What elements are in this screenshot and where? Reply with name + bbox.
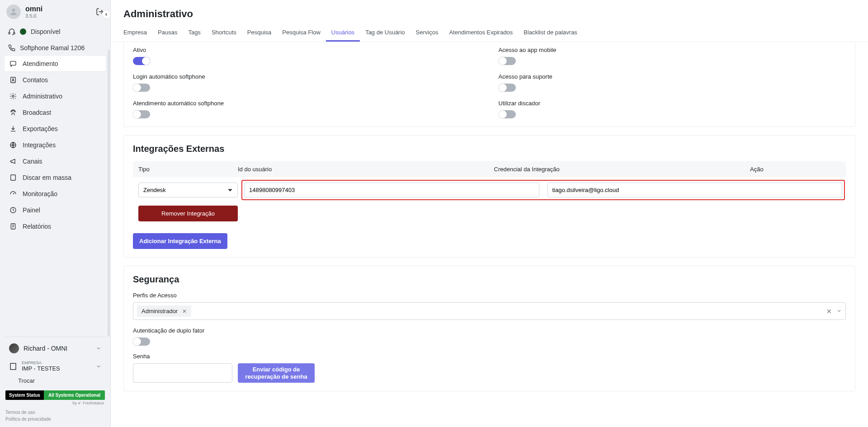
toggle-label-dialer: Utilizar discador — [499, 100, 846, 107]
nav-contatos[interactable]: Contatos — [5, 72, 106, 88]
tab-shortcuts[interactable]: Shortcuts — [206, 24, 242, 42]
system-status-badge[interactable]: System Status All Systems Operational — [5, 390, 105, 400]
tab-pausas[interactable]: Pausas — [152, 24, 183, 42]
settings-card: Ativo Acesso ao app mobile Login automát… — [123, 42, 855, 127]
nav-administrativo[interactable]: Administrativo — [5, 89, 106, 104]
integration-row: Zendesk Remover Integração — [133, 177, 846, 227]
megaphone-icon — [9, 158, 17, 165]
tab-servicos[interactable]: Serviços — [410, 24, 444, 42]
toggle-autoattend[interactable] — [133, 110, 150, 118]
sidebar-collapse-button[interactable] — [102, 10, 111, 19]
send-recovery-button[interactable]: Enviar código de recuperação de senha — [238, 363, 315, 383]
app-name: omni — [25, 5, 42, 13]
toggle-twofa[interactable] — [133, 338, 150, 346]
status-indicator-dot — [20, 28, 26, 35]
broadcast-icon — [9, 109, 17, 116]
globe-icon — [9, 141, 17, 149]
status-available[interactable]: Disponível — [0, 23, 110, 40]
download-icon — [9, 125, 17, 132]
tab-atendimentos[interactable]: Atendimentos Expirados — [443, 24, 518, 42]
svg-rect-25 — [10, 363, 16, 370]
nav-discar[interactable]: Discar em massa — [5, 170, 106, 185]
toggle-label-support: Acesso para suporte — [499, 73, 846, 80]
phone-icon — [8, 44, 15, 52]
add-integration-button[interactable]: Adicionar Integração Externa — [133, 233, 227, 249]
dashboard-icon — [9, 206, 17, 214]
sidebar-nav: Atendimento Contatos Administrativo Broa… — [0, 56, 110, 334]
nav-integracoes[interactable]: Integrações — [5, 137, 106, 153]
svg-point-11 — [13, 113, 13, 113]
tab-empresa[interactable]: Empresa — [118, 24, 152, 42]
toggle-mobile[interactable] — [499, 57, 516, 65]
sidebar-company-selector[interactable]: EMPRESA IMP - TESTES — [5, 357, 106, 375]
toggle-autologin[interactable] — [133, 84, 150, 92]
profiles-input[interactable]: Administrador ✕ ✕ — [133, 302, 846, 320]
tab-blacklist[interactable]: Blacklist de palavras — [518, 24, 583, 42]
chevron-down-icon — [96, 346, 101, 351]
main-content: Administrativo Empresa Pausas Tags Short… — [111, 0, 868, 427]
svg-point-10 — [12, 95, 14, 97]
nav-monitoracao[interactable]: Monitoração — [5, 186, 106, 202]
admin-icon — [9, 93, 17, 100]
chip-remove-icon[interactable]: ✕ — [182, 308, 187, 314]
svg-rect-4 — [10, 61, 16, 66]
building-icon — [9, 362, 17, 371]
sidebar: omni 3.5.0 Disponível Softphone Ramal 12… — [0, 0, 111, 427]
highlighted-fields — [241, 180, 845, 200]
toggle-dialer[interactable] — [499, 110, 516, 118]
terms-link[interactable]: Termos de uso — [5, 409, 105, 416]
svg-rect-3 — [14, 32, 15, 34]
profiles-label: Perfis de Acesso — [133, 292, 846, 299]
status-label: Disponível — [31, 28, 60, 35]
swap-company-link[interactable]: Trocar — [0, 375, 110, 386]
app-version: 3.5.0 — [25, 13, 42, 19]
nav-exportacoes[interactable]: Exportações — [5, 121, 106, 136]
sidebar-scrollbar[interactable] — [108, 50, 110, 337]
tab-usuarios[interactable]: Usuários — [326, 24, 360, 42]
toggle-label-autologin: Login automático softphone — [133, 73, 481, 80]
nav-broadcast[interactable]: Broadcast — [5, 105, 106, 120]
chip-label: Administrador — [142, 308, 178, 314]
tab-tags[interactable]: Tags — [183, 24, 206, 42]
integration-type-select[interactable]: Zendesk — [138, 183, 238, 197]
password-input[interactable] — [133, 363, 232, 383]
nav-canais[interactable]: Canais — [5, 154, 106, 169]
privacy-link[interactable]: Política de privacidade — [5, 416, 105, 422]
user-avatar — [6, 5, 21, 19]
th-cred: Credencial da Integração — [494, 166, 750, 173]
page-title: Administrativo — [111, 0, 868, 24]
softphone-info[interactable]: Softphone Ramal 1206 — [0, 40, 110, 56]
user-avatar-small — [9, 343, 19, 353]
svg-rect-2 — [9, 32, 10, 34]
tab-pesquisa[interactable]: Pesquisa — [242, 24, 277, 42]
integration-type-select-wrap: Zendesk — [138, 183, 238, 197]
nav-atendimento[interactable]: Atendimento — [5, 56, 106, 71]
integrations-table-header: Tipo Id do usuário Credencial da Integra… — [133, 161, 846, 177]
sidebar-user-profile[interactable]: Richard - OMNI — [5, 340, 106, 357]
nav-relatorios[interactable]: Relatórios — [5, 219, 106, 234]
th-id: Id do usuário — [238, 166, 494, 173]
clear-all-icon[interactable]: ✕ — [826, 308, 832, 315]
svg-point-9 — [13, 79, 14, 80]
integration-userid-input[interactable] — [244, 183, 539, 197]
chevron-down-icon[interactable] — [836, 308, 842, 315]
remove-integration-button[interactable]: Remover Integração — [138, 206, 238, 221]
security-title: Segurança — [133, 274, 846, 285]
softphone-label: Softphone Ramal 1206 — [20, 44, 85, 52]
headset-icon — [8, 28, 15, 35]
integration-credential-input[interactable] — [547, 183, 843, 197]
toggle-label-mobile: Acesso ao app mobile — [499, 47, 846, 53]
tab-tagusuario[interactable]: Tag de Usuário — [360, 24, 410, 42]
toggle-support[interactable] — [499, 84, 516, 92]
profile-chip: Administrador ✕ — [137, 305, 191, 317]
company-name: IMP - TESTES — [22, 365, 60, 372]
status-badge-value: All Systems Operational — [44, 390, 105, 400]
company-label: EMPRESA — [22, 361, 60, 365]
tab-pesquisaflow[interactable]: Pesquisa Flow — [277, 24, 326, 42]
security-card: Segurança Perfis de Acesso Administrador… — [123, 266, 855, 391]
chevron-down-icon — [96, 364, 101, 369]
toggle-label-autoattend: Atendimento automático softphone — [133, 100, 481, 107]
chat-icon — [9, 60, 17, 67]
toggle-ativo[interactable] — [133, 57, 150, 65]
nav-painel[interactable]: Painel — [5, 202, 106, 218]
